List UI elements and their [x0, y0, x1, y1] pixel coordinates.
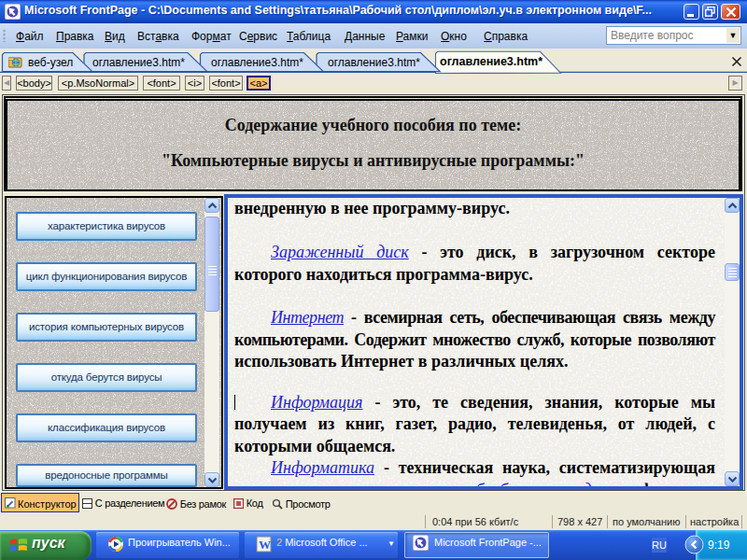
svg-text:W: W: [259, 538, 271, 552]
